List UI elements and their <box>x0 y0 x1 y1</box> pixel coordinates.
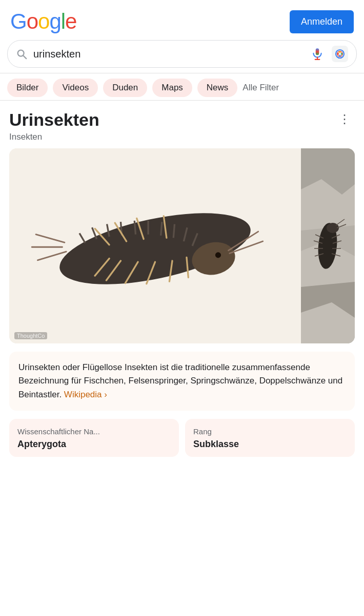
more-options-button[interactable]: ⋮ <box>334 110 355 128</box>
info-card-name-value: Apterygota <box>17 439 171 450</box>
header: Google Anmelden <box>0 0 364 40</box>
info-card-rank-value: Subklasse <box>193 439 347 450</box>
info-card-name[interactable]: Wissenschaftlicher Na... Apterygota <box>9 419 179 457</box>
chip-bilder[interactable]: Bilder <box>7 79 48 97</box>
main-image[interactable]: ThoughtCo <box>9 148 301 343</box>
search-query: urinsekten <box>33 48 303 60</box>
svg-point-10 <box>337 53 339 55</box>
all-filters-button[interactable]: Alle Filter <box>242 83 279 93</box>
google-logo: Google <box>10 9 76 34</box>
image-credit: ThoughtCo <box>14 332 47 339</box>
knowledge-panel: Urinsekten ⋮ Insekten <box>0 101 364 343</box>
svg-point-8 <box>341 53 343 55</box>
description-box: Urinsekten oder Flügellose Insekten ist … <box>9 352 355 411</box>
signin-button[interactable]: Anmelden <box>290 10 354 33</box>
kp-title: Urinsekten <box>9 110 99 130</box>
search-bar[interactable]: urinsekten <box>7 40 357 68</box>
svg-point-7 <box>339 51 341 53</box>
svg-line-20 <box>173 224 174 238</box>
kp-subtitle: Insekten <box>9 132 355 142</box>
kp-title-row: Urinsekten ⋮ <box>9 110 355 130</box>
info-card-rank[interactable]: Rang Subklasse <box>185 419 355 457</box>
svg-point-24 <box>215 252 221 258</box>
svg-point-9 <box>339 55 341 57</box>
wikipedia-link[interactable]: Wikipedia › <box>64 390 107 399</box>
search-icon <box>16 48 27 60</box>
chip-duden[interactable]: Duden <box>103 79 147 97</box>
image-gallery: ThoughtCo <box>9 148 355 343</box>
lens-icon[interactable] <box>332 46 348 62</box>
info-card-name-label: Wissenschaftlicher Na... <box>17 427 171 436</box>
filter-chips-bar: Bilder Videos Duden Maps News Alle Filte… <box>0 73 364 101</box>
search-bar-container: urinsekten <box>0 40 364 73</box>
svg-line-17 <box>134 221 135 235</box>
info-card-rank-label: Rang <box>193 427 347 436</box>
microphone-icon[interactable] <box>309 46 326 62</box>
chip-news[interactable]: News <box>197 79 238 97</box>
chip-videos[interactable]: Videos <box>53 79 98 97</box>
svg-line-1 <box>23 55 26 59</box>
svg-rect-5 <box>332 46 348 62</box>
chip-maps[interactable]: Maps <box>152 79 192 97</box>
svg-line-19 <box>161 222 162 236</box>
secondary-image[interactable] <box>301 148 355 343</box>
info-cards-row: Wissenschaftlicher Na... Apterygota Rang… <box>0 419 364 467</box>
svg-rect-2 <box>316 48 319 55</box>
